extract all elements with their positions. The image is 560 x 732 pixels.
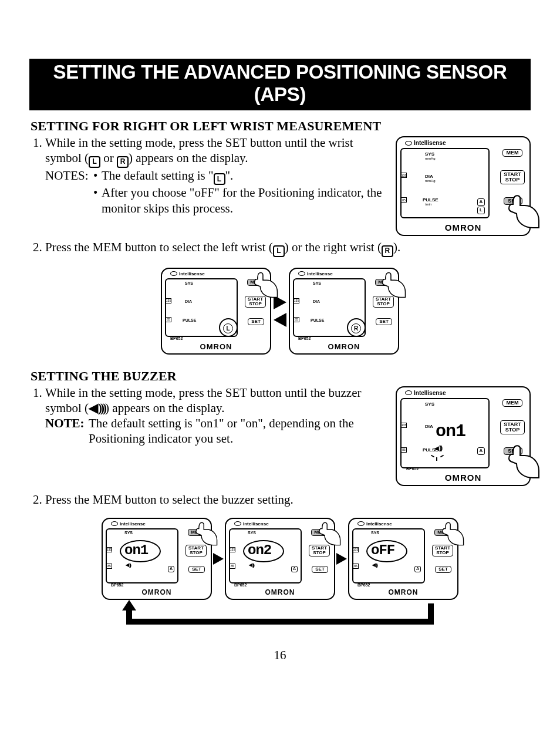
scale-135: 135	[401, 423, 407, 428]
buzzer-step-1: While in the setting mode, press the SET…	[45, 385, 387, 447]
buzzer-diagram: Intellisense SYS 135 85 on1 ◀))) A MEM S…	[29, 518, 531, 600]
scale-135: 135	[166, 298, 171, 303]
al-indicator: A L	[477, 198, 485, 215]
model-label: BP652	[170, 336, 183, 340]
wrist-left-icon: L	[214, 173, 225, 185]
scale-135: 135	[106, 547, 112, 552]
wrist-diagram: Intellisense SYS DIA PULSE 135 85 L MEM …	[29, 268, 531, 355]
dia-label: DIA	[185, 299, 192, 303]
scale-135: 135	[294, 298, 299, 303]
arrow-right-icon	[274, 295, 286, 309]
set-button: SET	[504, 197, 522, 205]
brand-label: OMRON	[103, 588, 211, 596]
start-stop-button: STARTSTOP	[373, 296, 394, 308]
speaker-icon: ◀)))	[372, 562, 377, 568]
mem-button: MEM	[375, 279, 392, 286]
page-title: SETTING THE ADVANCED POSITIONING SENSOR …	[29, 59, 531, 110]
set-button: SET	[248, 318, 264, 325]
device-illustration: Intellisense SYS 135 85 on1 ◀))) A MEM S…	[102, 518, 212, 600]
buzzer-steps-list-2: Press the MEM button to select the buzze…	[31, 492, 531, 507]
wrist-steps-list-1: While in the setting mode, press the SET…	[31, 135, 387, 216]
wrist-step2-text-b: ) or the right wrist (	[285, 240, 382, 254]
letter-a-icon: A	[477, 447, 485, 455]
start-stop-button: STARTSTOP	[185, 545, 207, 556]
dia-unit: mmHg	[425, 179, 436, 183]
wrist-step2-text-a: Press the MEM button to select the left …	[45, 240, 273, 254]
loop-arrow	[100, 608, 460, 628]
mem-button: MEM	[247, 279, 264, 286]
wrist-notes: NOTES: • The default setting is "L". •	[45, 168, 387, 216]
brand-label: OMRON	[397, 473, 529, 483]
brand-label: OMRON	[162, 342, 270, 351]
wrist-step1-row: While in the setting mode, press the SET…	[29, 135, 531, 236]
device-screen: SYS 135 85 oFF ◀))) A	[352, 528, 425, 583]
notes-label: NOTES:	[45, 168, 93, 216]
device-screen: SYS DIA PULSE 135 85 L	[165, 278, 238, 337]
sys-label: SYS	[124, 531, 133, 535]
mem-button: MEM	[188, 529, 205, 536]
letter-l-icon: L	[477, 207, 485, 214]
sys-unit: mmHg	[425, 157, 436, 160]
a-indicator: A	[414, 565, 421, 573]
scale-135: 135	[353, 547, 359, 552]
device-screen: SYS 135 85 on2 ◀))) A	[229, 528, 302, 583]
wrist-steps-list-2: Press the MEM button to select the left …	[31, 239, 531, 257]
intellisense-label: Intellisense	[111, 521, 146, 527]
circle-highlight-icon	[243, 540, 284, 562]
start-stop-button: STARTSTOP	[309, 545, 330, 556]
letter-a-icon: A	[414, 566, 421, 572]
manual-page: SETTING THE ADVANCED POSITIONING SENSOR …	[0, 0, 560, 674]
device-illustration: Intellisense SYS 135 85 on2 ◀))) A MEM S…	[225, 518, 335, 600]
start-stop-button: STARTSTOP	[432, 545, 453, 556]
wrist-note1-text-a: The default setting is "	[102, 168, 214, 183]
device-screen: SYS mmHg DIA mmHg PULSE /min 135 85 A L	[400, 148, 490, 218]
start-stop-button: STARTSTOP	[245, 296, 266, 308]
buzzer-step-2: Press the MEM button to select the buzze…	[45, 492, 531, 507]
l-indicator: L	[223, 322, 233, 333]
buzzer-steps-list-1: While in the setting mode, press the SET…	[31, 385, 387, 447]
bullet-icon: •	[93, 185, 102, 216]
a-indicator: A	[168, 565, 174, 573]
wrist-step2-text-c: ).	[393, 240, 400, 254]
sys-label: SYS	[185, 281, 193, 285]
mem-button: MEM	[311, 529, 328, 536]
wrist-right-icon: R	[382, 245, 393, 257]
scale-85: 85	[230, 564, 235, 569]
intellisense-label: Intellisense	[298, 271, 333, 276]
sys-label: SYS	[248, 531, 256, 535]
intellisense-label: Intellisense	[405, 390, 446, 396]
set-button: SET	[188, 566, 205, 573]
wrist-step1-text-b: or	[100, 151, 117, 165]
model-label: BP652	[298, 336, 311, 340]
model-label: BP652	[406, 467, 419, 471]
set-button: SET	[376, 318, 392, 325]
set-button: SET	[504, 447, 522, 455]
dia-label: DIA	[313, 299, 320, 303]
start-stop-button: STARTSTOP	[500, 170, 525, 184]
model-label: BP652	[357, 583, 370, 587]
wrist-step1-text-c: ) appears on the display.	[129, 151, 248, 165]
dia-label: DIA	[425, 424, 433, 429]
speaker-icon: ◀)))	[126, 562, 130, 568]
set-button: SET	[312, 566, 328, 573]
scale-85: 85	[106, 564, 112, 569]
circle-highlight-icon	[347, 318, 366, 337]
scale-135: 135	[230, 547, 235, 552]
scale-85: 85	[166, 317, 171, 322]
buzzer-step1-text-b: ) appears on the display.	[105, 401, 224, 415]
device-screen: SYS DIA PULSE 135 85 R	[293, 278, 366, 337]
wrist-left-icon: L	[89, 156, 100, 168]
brand-label: OMRON	[226, 588, 334, 596]
device-illustration: Intellisense SYS DIA PULSE 135 85 L MEM …	[161, 268, 271, 355]
brand-label: OMRON	[349, 588, 457, 596]
intellisense-label: Intellisense	[234, 521, 269, 527]
set-button: SET	[435, 566, 451, 573]
r-indicator: R	[351, 322, 361, 333]
speaker-icon: ◀)))	[249, 562, 254, 568]
page-number: 16	[29, 648, 531, 663]
bidirectional-arrow	[274, 295, 286, 327]
letter-a-icon: A	[291, 566, 298, 572]
mem-button: MEM	[434, 529, 451, 536]
device-illustration: Intellisense SYS 135 85 oFF ◀))) A MEM S…	[348, 518, 458, 600]
brand-label: OMRON	[290, 342, 398, 351]
